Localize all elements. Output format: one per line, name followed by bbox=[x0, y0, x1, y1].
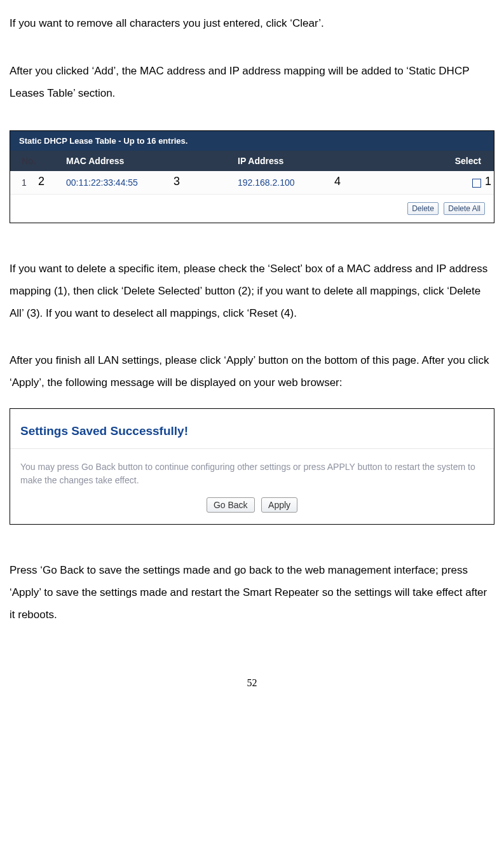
dhcp-table-title: Static DHCP Lease Table - Up to 16 entri… bbox=[10, 131, 494, 151]
dhcp-row-no: 1 bbox=[10, 177, 60, 188]
select-checkbox[interactable] bbox=[472, 179, 481, 188]
settings-saved-title: Settings Saved Successfully! bbox=[10, 409, 494, 449]
intro-paragraph-2: After you clicked ‘Add’, the MAC address… bbox=[10, 60, 494, 105]
dhcp-button-row: Delete Delete All bbox=[10, 195, 494, 223]
dhcp-row-ip: 192.168.2.100 bbox=[231, 177, 422, 188]
settings-saved-figure: Settings Saved Successfully! You may pre… bbox=[10, 408, 494, 525]
dhcp-table-header-row: No. MAC Address IP Address Select bbox=[10, 151, 494, 171]
go-back-button[interactable]: Go Back bbox=[207, 497, 255, 513]
dhcp-header-select: Select bbox=[422, 156, 494, 166]
body-paragraph-4: After you finish all LAN settings, pleas… bbox=[10, 350, 494, 394]
delete-button[interactable]: Delete bbox=[407, 202, 439, 215]
dhcp-header-ip: IP Address bbox=[231, 156, 422, 166]
annotation-1: 1 bbox=[485, 175, 491, 188]
table-row: 1 00:11:22:33:44:55 192.168.2.100 2 3 4 … bbox=[10, 171, 494, 195]
settings-saved-body: You may press Go Back button to continue… bbox=[10, 449, 494, 492]
settings-saved-button-row: Go Back Apply bbox=[10, 492, 494, 524]
body-paragraph-5: Press ‘Go Back to save the settings made… bbox=[10, 560, 494, 626]
dhcp-row-mac: 00:11:22:33:44:55 bbox=[60, 177, 231, 188]
dhcp-lease-table-figure: Static DHCP Lease Table - Up to 16 entri… bbox=[10, 130, 494, 223]
apply-button[interactable]: Apply bbox=[261, 497, 297, 513]
body-paragraph-3: If you want to delete a specific item, p… bbox=[10, 258, 494, 325]
annotation-4: 4 bbox=[334, 175, 341, 188]
dhcp-header-no: No. bbox=[10, 156, 60, 166]
delete-all-button[interactable]: Delete All bbox=[444, 202, 485, 215]
annotation-3: 3 bbox=[174, 175, 180, 188]
page-number: 52 bbox=[10, 677, 494, 689]
intro-paragraph-1: If you want to remove all characters you… bbox=[10, 13, 494, 35]
dhcp-header-mac: MAC Address bbox=[60, 156, 231, 166]
annotation-2: 2 bbox=[38, 175, 44, 188]
dhcp-row-select-cell bbox=[422, 177, 494, 188]
